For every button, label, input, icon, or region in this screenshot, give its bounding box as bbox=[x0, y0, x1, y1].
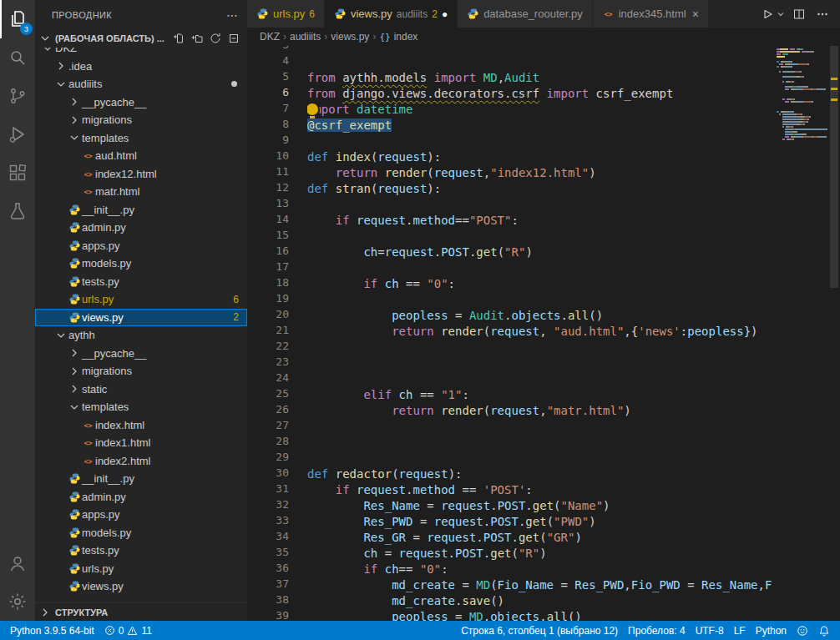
line-number[interactable]: 7 bbox=[247, 102, 307, 118]
tree-item-aud.html[interactable]: <>aud.html bbox=[35, 147, 247, 165]
code-line-14[interactable]: ch=request.POST.get("R") bbox=[307, 244, 772, 260]
new-folder-icon[interactable] bbox=[189, 30, 205, 47]
code-line-15[interactable] bbox=[307, 260, 772, 276]
settings-icon[interactable] bbox=[0, 582, 35, 621]
more-actions-icon[interactable] bbox=[812, 3, 833, 25]
code-line-16[interactable]: if ch == "0": bbox=[307, 276, 772, 292]
notifications-bell-icon[interactable] bbox=[813, 625, 835, 637]
line-number[interactable]: 36 bbox=[247, 562, 307, 577]
tab-urls.py[interactable]: urls.py6 bbox=[247, 0, 325, 28]
tree-item-aythh[interactable]: aythh bbox=[35, 326, 247, 345]
tree-item-urls.py[interactable]: urls.py bbox=[35, 560, 247, 578]
code-line-34[interactable]: if ch== "0": bbox=[307, 562, 772, 577]
line-number[interactable]: 4 bbox=[247, 54, 307, 70]
line-number[interactable]: 27 bbox=[247, 419, 307, 435]
code-line-24[interactable]: return render(request,"matr.html") bbox=[307, 403, 772, 419]
tree-item-.idea[interactable]: .idea bbox=[35, 58, 247, 76]
line-number[interactable]: 20 bbox=[247, 308, 307, 324]
tree-item-views.py[interactable]: views.py bbox=[35, 577, 247, 596]
tree-item-templates[interactable]: templates bbox=[35, 129, 247, 148]
split-editor-button[interactable] bbox=[788, 3, 810, 25]
code-line-26[interactable] bbox=[307, 435, 772, 451]
tree-item-apps.py[interactable]: apps.py bbox=[35, 506, 247, 524]
code-line-25[interactable] bbox=[307, 419, 772, 435]
tree-item-index2.html[interactable]: <>index2.html bbox=[35, 452, 247, 471]
line-number[interactable]: 23 bbox=[247, 355, 307, 371]
account-icon[interactable] bbox=[0, 544, 35, 582]
line-number[interactable]: 39 bbox=[247, 609, 307, 621]
new-file-icon[interactable] bbox=[170, 30, 187, 47]
search-activity-icon[interactable] bbox=[0, 38, 35, 77]
tree-item-static[interactable]: static bbox=[35, 380, 247, 399]
tree-item-urls.py[interactable]: urls.py6 bbox=[35, 290, 247, 309]
tab-index345.html[interactable]: <>index345.html× bbox=[593, 0, 709, 28]
code-line-23[interactable]: elif ch == "1": bbox=[307, 387, 772, 403]
tree-item-audiiits[interactable]: audiiits bbox=[35, 75, 247, 93]
editor[interactable]: 3456789101112131415161718192021222324252… bbox=[247, 46, 840, 621]
minimap[interactable] bbox=[772, 46, 828, 621]
tree-item-models.py[interactable]: models.py bbox=[35, 524, 247, 542]
collapse-all-icon[interactable] bbox=[225, 30, 242, 47]
code-line-37[interactable]: peopless = MD.objects.all() bbox=[307, 609, 772, 621]
code-line-18[interactable]: peopless = Audit.objects.all() bbox=[307, 308, 772, 324]
source-control-activity-icon[interactable] bbox=[0, 77, 35, 115]
tree-item-apps.py[interactable]: apps.py bbox=[35, 237, 247, 255]
tree-item-migrations[interactable]: migrations bbox=[35, 111, 247, 129]
line-number[interactable]: 5 bbox=[247, 70, 307, 86]
line-number[interactable]: 21 bbox=[247, 324, 307, 340]
run-debug-activity-icon[interactable] bbox=[0, 115, 35, 154]
code-line-12[interactable]: if request.method=="POST": bbox=[307, 213, 772, 229]
workspace-section-header[interactable]: (РАБОЧАЯ ОБЛАСТЬ) ... bbox=[35, 29, 247, 48]
line-number[interactable]: 11 bbox=[247, 165, 307, 181]
tree-item-index1.html[interactable]: <>index1.html bbox=[35, 434, 247, 452]
code-line-27[interactable] bbox=[307, 451, 772, 466]
eol-sequence[interactable]: LF bbox=[729, 625, 751, 637]
python-interpreter[interactable]: Python 3.9.5 64-bit bbox=[5, 621, 99, 640]
code-line-7[interactable] bbox=[307, 134, 772, 149]
line-number[interactable]: 18 bbox=[247, 276, 307, 292]
explorer-activity-icon[interactable]: 3 bbox=[0, 0, 35, 38]
line-number[interactable]: 37 bbox=[247, 577, 307, 593]
line-number[interactable]: 6 bbox=[247, 86, 307, 102]
code-line-19[interactable]: return render(request, "aud.html",{'news… bbox=[307, 324, 772, 340]
code-line-21[interactable] bbox=[307, 355, 772, 371]
extensions-activity-icon[interactable] bbox=[0, 154, 35, 192]
line-number[interactable]: 13 bbox=[247, 197, 307, 213]
language-mode[interactable]: Python bbox=[751, 625, 792, 637]
line-number[interactable]: 28 bbox=[247, 435, 307, 451]
line-number[interactable]: 30 bbox=[247, 466, 307, 482]
code-line-10[interactable]: def stran(request): bbox=[307, 181, 772, 197]
breadcrumb-item-views.py[interactable]: views.py bbox=[331, 31, 369, 43]
tab-database_roouter.py[interactable]: database_roouter.py bbox=[458, 0, 593, 28]
code-line-32[interactable]: Res_GR = request.POST.get("GR") bbox=[307, 530, 772, 546]
line-number[interactable]: 31 bbox=[247, 482, 307, 498]
line-number[interactable]: 25 bbox=[247, 387, 307, 403]
refresh-icon[interactable] bbox=[207, 30, 224, 47]
dirty-dot-icon[interactable]: ● bbox=[442, 8, 448, 20]
code-line-13[interactable] bbox=[307, 229, 772, 244]
feedback-icon[interactable] bbox=[792, 625, 813, 637]
line-number[interactable]: 8 bbox=[247, 118, 307, 134]
code-line-17[interactable] bbox=[307, 292, 772, 308]
line-number[interactable]: 3 bbox=[247, 46, 307, 54]
tab-views.py[interactable]: views.pyaudiiits2● bbox=[325, 0, 458, 28]
cursor-position[interactable]: Строка 6, столбец 1 (выбрано 12) bbox=[456, 625, 623, 637]
tree-item-matr.html[interactable]: <>matr.html bbox=[35, 183, 247, 201]
line-number[interactable]: 15 bbox=[247, 229, 307, 244]
code-line-28[interactable]: def redactor(request): bbox=[307, 466, 772, 482]
line-number[interactable]: 35 bbox=[247, 546, 307, 562]
code-line-8[interactable]: def index(request): bbox=[307, 149, 772, 165]
tree-item-__init__.py[interactable]: __init__.py bbox=[35, 470, 247, 488]
code-line-30[interactable]: Res_Name = request.POST.get("Name") bbox=[307, 498, 772, 514]
close-icon[interactable]: × bbox=[692, 8, 699, 21]
code-line-29[interactable]: if request.method == 'POST': bbox=[307, 482, 772, 498]
tree-item-admin.py[interactable]: admin.py bbox=[35, 219, 247, 237]
line-number[interactable]: 16 bbox=[247, 244, 307, 260]
outline-section-header[interactable]: СТРУКТУРА bbox=[35, 602, 247, 621]
tree-item-__pycache__[interactable]: __pycache__ bbox=[35, 345, 247, 363]
code-area[interactable]: from aythh.models import MD,Auditfrom dj… bbox=[307, 46, 772, 621]
line-number[interactable]: 38 bbox=[247, 593, 307, 609]
line-number[interactable]: 9 bbox=[247, 134, 307, 149]
line-number[interactable]: 29 bbox=[247, 451, 307, 466]
scrollbar[interactable] bbox=[828, 46, 840, 621]
